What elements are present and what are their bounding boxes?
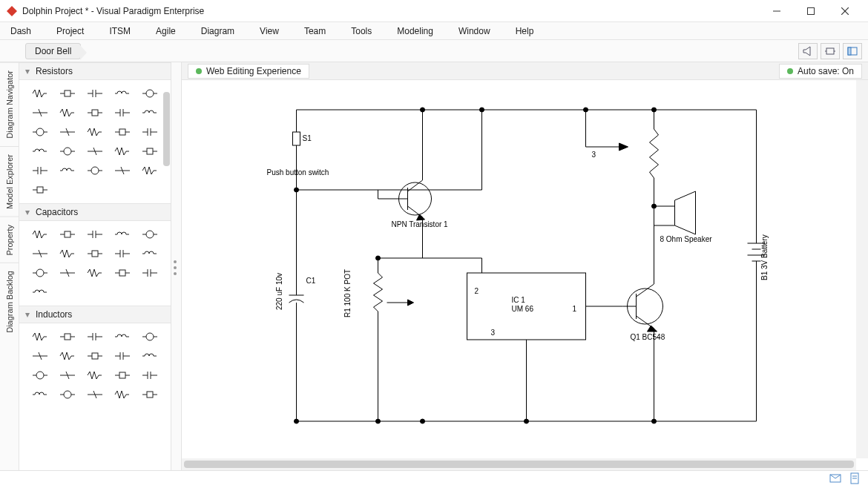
- minimize-button[interactable]: [760, 0, 794, 22]
- menu-window[interactable]: Window: [458, 26, 490, 36]
- palette-item-capacitor[interactable]: [110, 264, 136, 282]
- palette-item-resistor[interactable]: [82, 162, 108, 179]
- menu-project[interactable]: Project: [56, 26, 84, 36]
- menu-agile[interactable]: Agile: [156, 26, 176, 36]
- palette-item-resistor[interactable]: [110, 162, 136, 179]
- titlebar: Dolphin Project * - Visual Paradigm Ente…: [0, 0, 868, 22]
- palette-item-inductor[interactable]: [54, 366, 80, 384]
- palette-item-inductor[interactable]: [110, 386, 136, 403]
- palette-group-resistors[interactable]: ▾Resistors: [19, 62, 171, 80]
- maximize-button[interactable]: [794, 0, 828, 22]
- palette-item-inductor[interactable]: [137, 328, 163, 346]
- palette-item-capacitor[interactable]: [27, 283, 53, 301]
- status-left-pill[interactable]: Web Editing Experience: [188, 64, 309, 79]
- palette-item-resistor[interactable]: [54, 85, 80, 102]
- palette: ▾Resistors ▾Capacitors ▾Inductors: [19, 62, 171, 470]
- pane-switch-button[interactable]: [843, 43, 862, 59]
- palette-item-resistor[interactable]: [54, 104, 80, 122]
- canvas-scrollbar-horizontal[interactable]: [182, 458, 856, 470]
- rail-diagram-backlog[interactable]: Diagram Backlog: [0, 263, 19, 340]
- palette-item-inductor[interactable]: [110, 347, 136, 365]
- palette-item-capacitor[interactable]: [27, 264, 53, 282]
- palette-item-resistor[interactable]: [137, 142, 163, 160]
- palette-item-capacitor[interactable]: [82, 245, 108, 263]
- palette-group-inductors[interactable]: ▾Inductors: [19, 306, 171, 323]
- palette-item-inductor[interactable]: [27, 347, 53, 365]
- palette-item-resistor[interactable]: [27, 85, 53, 102]
- palette-item-resistor[interactable]: [54, 162, 80, 179]
- palette-item-inductor[interactable]: [54, 328, 80, 346]
- palette-scrollbar[interactable]: [163, 92, 170, 166]
- palette-item-capacitor[interactable]: [110, 225, 136, 243]
- menu-help[interactable]: Help: [516, 26, 534, 36]
- palette-item-capacitor[interactable]: [27, 245, 53, 263]
- palette-item-resistor[interactable]: [110, 142, 136, 160]
- palette-item-resistor[interactable]: [110, 85, 136, 102]
- palette-item-inductor[interactable]: [27, 328, 53, 346]
- palette-item-resistor[interactable]: [27, 181, 53, 199]
- menu-team[interactable]: Team: [304, 26, 326, 36]
- status-right-pill[interactable]: Auto save: On: [779, 64, 862, 79]
- palette-item-resistor[interactable]: [27, 162, 53, 179]
- menu-diagram[interactable]: Diagram: [201, 26, 234, 36]
- palette-item-resistor[interactable]: [137, 104, 163, 122]
- palette-item-resistor[interactable]: [82, 123, 108, 141]
- rail-diagram-navigator[interactable]: Diagram Navigator: [0, 62, 19, 146]
- palette-item-resistor[interactable]: [27, 142, 53, 160]
- palette-item-resistor[interactable]: [137, 162, 163, 179]
- palette-item-inductor[interactable]: [137, 386, 163, 403]
- canvas-scrollbar-vertical[interactable]: [856, 80, 868, 458]
- diagram-canvas[interactable]: S1 Push button switch NPN Transistor 1 C…: [182, 80, 856, 458]
- palette-item-resistor[interactable]: [27, 123, 53, 141]
- palette-item-inductor[interactable]: [82, 328, 108, 346]
- palette-item-capacitor[interactable]: [110, 245, 136, 263]
- palette-item-capacitor[interactable]: [27, 225, 53, 243]
- menu-modeling[interactable]: Modeling: [397, 26, 433, 36]
- palette-item-inductor[interactable]: [82, 366, 108, 384]
- palette-item-inductor[interactable]: [110, 328, 136, 346]
- palette-item-capacitor[interactable]: [137, 225, 163, 243]
- palette-item-resistor[interactable]: [54, 123, 80, 141]
- palette-item-resistor[interactable]: [110, 123, 136, 141]
- palette-item-resistor[interactable]: [82, 85, 108, 102]
- palette-item-resistor[interactable]: [82, 142, 108, 160]
- palette-item-capacitor[interactable]: [54, 245, 80, 263]
- palette-item-capacitor[interactable]: [82, 225, 108, 243]
- menu-tools[interactable]: Tools: [351, 26, 372, 36]
- announcement-button[interactable]: [798, 43, 818, 59]
- palette-item-resistor[interactable]: [54, 142, 80, 160]
- palette-group-capacitors[interactable]: ▾Capacitors: [19, 203, 171, 221]
- palette-item-capacitor[interactable]: [137, 264, 163, 282]
- palette-item-inductor[interactable]: [27, 386, 53, 403]
- palette-item-capacitor[interactable]: [137, 245, 163, 263]
- palette-item-resistor[interactable]: [137, 123, 163, 141]
- palette-item-inductor[interactable]: [82, 347, 108, 365]
- menu-itsm[interactable]: ITSM: [109, 26, 131, 36]
- palette-item-capacitor[interactable]: [54, 264, 80, 282]
- palette-item-resistor[interactable]: [27, 104, 53, 122]
- palette-item-capacitor[interactable]: [82, 264, 108, 282]
- palette-item-resistor[interactable]: [82, 104, 108, 122]
- palette-item-inductor[interactable]: [54, 386, 80, 403]
- menu-dash[interactable]: Dash: [10, 26, 31, 36]
- rail-property[interactable]: Property: [0, 217, 19, 263]
- svg-point-53: [91, 167, 99, 174]
- palette-item-resistor[interactable]: [137, 85, 163, 102]
- palette-item-capacitor[interactable]: [54, 225, 80, 243]
- chevron-down-icon: ▾: [25, 309, 33, 320]
- palette-item-inductor[interactable]: [137, 347, 163, 365]
- close-button[interactable]: [828, 0, 862, 22]
- fit-width-button[interactable]: [821, 43, 840, 59]
- palette-item-inductor[interactable]: [82, 386, 108, 403]
- palette-item-inductor[interactable]: [137, 366, 163, 384]
- palette-item-inductor[interactable]: [110, 366, 136, 384]
- note-icon[interactable]: [849, 472, 861, 487]
- palette-item-inductor[interactable]: [54, 347, 80, 365]
- mail-icon[interactable]: [829, 472, 841, 487]
- rail-model-explorer[interactable]: Model Explorer: [0, 146, 19, 217]
- tab-doorbell[interactable]: Door Bell: [25, 43, 81, 59]
- splitter[interactable]: [171, 62, 182, 470]
- menu-view[interactable]: View: [260, 26, 279, 36]
- palette-item-resistor[interactable]: [110, 104, 136, 122]
- palette-item-inductor[interactable]: [27, 366, 53, 384]
